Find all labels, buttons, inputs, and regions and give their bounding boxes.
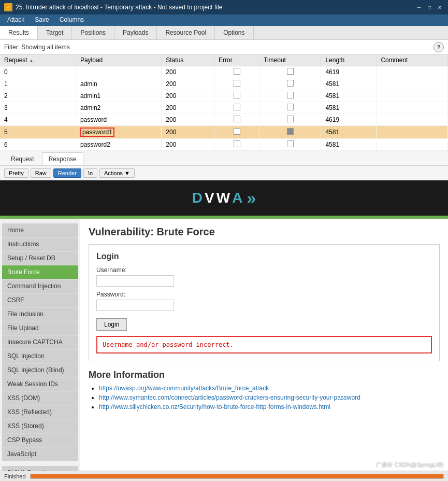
col-comment[interactable]: Comment bbox=[377, 54, 448, 66]
col-error[interactable]: Error bbox=[214, 54, 259, 66]
status-bar: Finished bbox=[0, 471, 448, 481]
cell-timeout bbox=[259, 114, 321, 126]
main-container: ⚡ 25. Intruder attack of localhost - Tem… bbox=[0, 0, 448, 481]
cell-length: 4581 bbox=[321, 90, 377, 102]
tab-request[interactable]: Request bbox=[4, 152, 41, 165]
tab-positions[interactable]: Positions bbox=[72, 26, 114, 39]
pretty-button[interactable]: Pretty bbox=[4, 168, 28, 178]
table-row[interactable]: 02004619 bbox=[0, 66, 448, 78]
minimize-button[interactable]: ─ bbox=[415, 3, 423, 11]
cell-payload bbox=[76, 66, 161, 78]
status-text: Finished bbox=[4, 473, 26, 479]
cell-comment bbox=[377, 126, 448, 139]
cell-comment bbox=[377, 90, 448, 102]
cell-status: 200 bbox=[162, 78, 214, 90]
sidebar-item-csp-bypass[interactable]: CSP Bypass bbox=[2, 433, 78, 447]
close-button[interactable]: ✕ bbox=[436, 3, 444, 11]
password-input[interactable] bbox=[96, 300, 174, 311]
cell-error bbox=[214, 114, 259, 126]
list-item: http://www.symantec.com/connect/articles… bbox=[99, 394, 440, 401]
raw-button[interactable]: Raw bbox=[31, 168, 51, 178]
menu-save[interactable]: Save bbox=[30, 15, 54, 26]
menu-bar: Attack Save Columns bbox=[0, 15, 448, 26]
sidebar-item-insecure-captcha[interactable]: Insecure CAPTCHA bbox=[2, 335, 78, 349]
cell-request: 6 bbox=[0, 139, 76, 151]
sidebar-item-xss-stored[interactable]: XSS (Stored) bbox=[2, 419, 78, 433]
more-info-title: More Information bbox=[89, 370, 440, 380]
actions-button[interactable]: Actions ▼ bbox=[99, 168, 135, 178]
render-button[interactable]: Render bbox=[53, 168, 81, 178]
sidebar-item-file-inclusion[interactable]: File Inclusion bbox=[2, 307, 78, 321]
tab-target[interactable]: Target bbox=[38, 26, 72, 39]
tab-resource-pool[interactable]: Resource Pool bbox=[157, 26, 215, 39]
title-bar: ⚡ 25. Intruder attack of localhost - Tem… bbox=[0, 0, 448, 15]
progress-bar bbox=[31, 474, 443, 478]
username-label: Username: bbox=[96, 266, 432, 274]
table-row[interactable]: 5password12004581 bbox=[0, 126, 448, 139]
sidebar-item-weak-session[interactable]: Weak Session IDs bbox=[2, 377, 78, 391]
username-input[interactable] bbox=[96, 275, 174, 287]
table-row[interactable]: 4password2004619 bbox=[0, 114, 448, 126]
link-sillychicken[interactable]: http://www.sillychicken.co.nz/Security/h… bbox=[99, 403, 330, 411]
help-button[interactable]: ? bbox=[433, 42, 444, 52]
watermark: 广勇轩 CSDN@SpringLi明 bbox=[375, 461, 443, 469]
tab-results[interactable]: Results bbox=[0, 26, 38, 39]
cell-payload: admin1 bbox=[76, 90, 161, 102]
dvwa-main-content: Vulnerability: Brute Force Login Usernam… bbox=[80, 219, 448, 481]
cell-status: 200 bbox=[162, 102, 214, 114]
sidebar-item-setup[interactable]: Setup / Reset DB bbox=[2, 251, 78, 265]
cell-request: 5 bbox=[0, 126, 76, 139]
sidebar-item-xss-dom[interactable]: XSS (DOM) bbox=[2, 391, 78, 405]
col-status[interactable]: Status bbox=[162, 54, 214, 66]
table-row[interactable]: 2admin12004581 bbox=[0, 90, 448, 102]
col-payload[interactable]: Payload bbox=[76, 54, 161, 66]
table-row[interactable]: 3admin22004581 bbox=[0, 102, 448, 114]
sidebar-item-command-injection[interactable]: Command Injection bbox=[2, 279, 78, 293]
cell-comment bbox=[377, 139, 448, 151]
tab-response[interactable]: Response bbox=[42, 152, 83, 165]
sidebar-item-javascript[interactable]: JavaScript bbox=[2, 447, 78, 461]
maximize-button[interactable]: □ bbox=[425, 3, 433, 11]
menu-columns[interactable]: Columns bbox=[54, 15, 89, 26]
cell-length: 4619 bbox=[321, 114, 377, 126]
cell-payload: admin bbox=[76, 78, 161, 90]
sidebar-item-instructions[interactable]: Instructions bbox=[2, 237, 78, 251]
app-icon: ⚡ bbox=[4, 3, 12, 11]
cell-status: 200 bbox=[162, 126, 214, 139]
cell-comment bbox=[377, 114, 448, 126]
newline-button[interactable]: \n bbox=[83, 168, 97, 178]
col-request[interactable]: Request ▲ bbox=[0, 54, 76, 66]
login-title: Login bbox=[96, 252, 432, 261]
link-symantec[interactable]: http://www.symantec.com/connect/articles… bbox=[99, 394, 360, 401]
table-row[interactable]: 6password22004581 bbox=[0, 139, 448, 151]
col-length[interactable]: Length bbox=[321, 54, 377, 66]
cell-timeout bbox=[259, 78, 321, 90]
sidebar-item-brute-force[interactable]: Brute Force bbox=[2, 265, 78, 279]
menu-attack[interactable]: Attack bbox=[2, 15, 30, 26]
filter-bar: Filter: Showing all items ? bbox=[0, 40, 448, 54]
more-info-links: https://owasp.org/www-community/attacks/… bbox=[89, 385, 440, 411]
sidebar-item-home[interactable]: Home bbox=[2, 223, 78, 237]
cell-length: 4581 bbox=[321, 102, 377, 114]
chevron-down-icon: ▼ bbox=[124, 170, 130, 176]
sidebar-item-xss-reflected[interactable]: XSS (Reflected) bbox=[2, 405, 78, 419]
tab-options[interactable]: Options bbox=[215, 26, 253, 39]
filter-text: Filter: Showing all items bbox=[4, 44, 70, 51]
sidebar-item-file-upload[interactable]: File Upload bbox=[2, 321, 78, 335]
dvwa-logo: DVWA » bbox=[192, 189, 256, 208]
cell-timeout bbox=[259, 90, 321, 102]
sidebar-item-csrf[interactable]: CSRF bbox=[2, 293, 78, 307]
cell-error bbox=[214, 102, 259, 114]
table-row[interactable]: 1admin2004581 bbox=[0, 78, 448, 90]
cell-request: 1 bbox=[0, 78, 76, 90]
col-timeout[interactable]: Timeout bbox=[259, 54, 321, 66]
login-button[interactable]: Login bbox=[96, 318, 127, 331]
link-owasp[interactable]: https://owasp.org/www-community/attacks/… bbox=[99, 385, 269, 392]
sidebar-item-sql-injection[interactable]: SQL Injection bbox=[2, 349, 78, 363]
cell-payload: password2 bbox=[76, 139, 161, 151]
dvwa-sidebar: Home Instructions Setup / Reset DB Brute… bbox=[0, 219, 80, 481]
sidebar-item-sql-injection-blind[interactable]: SQL Injection (Blind) bbox=[2, 363, 78, 377]
cell-timeout bbox=[259, 139, 321, 151]
render-area: DVWA » Home Instructions Setup / Reset D… bbox=[0, 180, 448, 481]
tab-payloads[interactable]: Payloads bbox=[114, 26, 157, 39]
